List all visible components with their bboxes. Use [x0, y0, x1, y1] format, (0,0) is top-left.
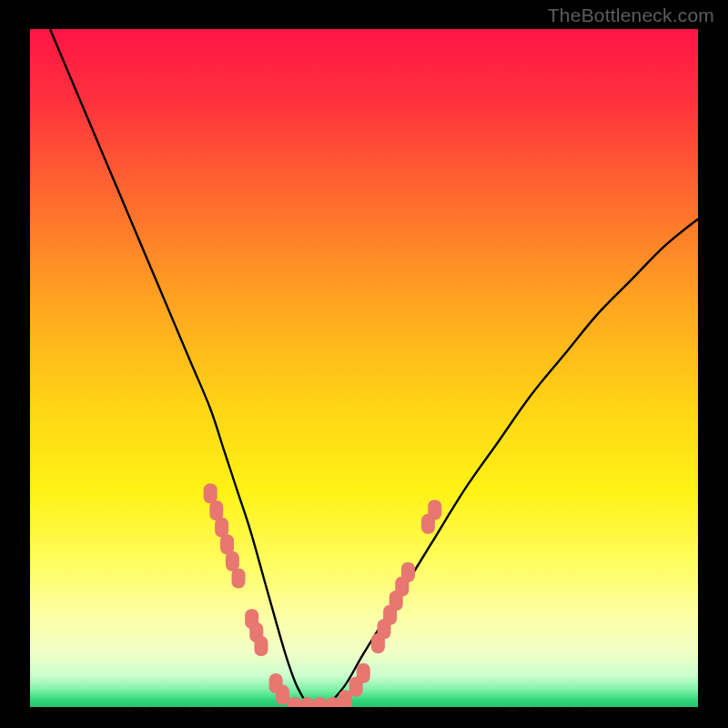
data-marker [254, 636, 268, 656]
data-marker [276, 685, 289, 705]
bottleneck-curve [50, 29, 698, 707]
data-marker [401, 562, 415, 582]
data-marker [288, 697, 301, 707]
data-marker [232, 568, 246, 588]
marker-group [204, 483, 442, 707]
watermark-text: TheBottleneck.com [548, 5, 714, 26]
data-marker [428, 500, 441, 520]
curve-layer [30, 29, 698, 707]
plot-area [30, 29, 698, 707]
data-marker [313, 697, 327, 707]
data-marker [357, 663, 370, 683]
chart-frame: TheBottleneck.com [0, 0, 728, 728]
data-marker [326, 697, 339, 707]
